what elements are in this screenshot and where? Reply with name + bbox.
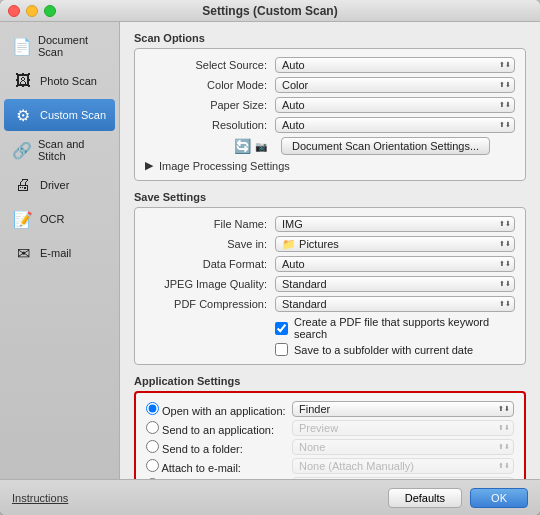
- defaults-button[interactable]: Defaults: [388, 488, 462, 508]
- start-ocr-control: Output to Text: [292, 477, 514, 479]
- pdf-compression-row: PDF Compression: StandardLowMediumHigh: [145, 296, 515, 312]
- sidebar-icon-scan-stitch: 🔗: [12, 139, 32, 161]
- instructions-link[interactable]: Instructions: [12, 492, 68, 504]
- minimize-button[interactable]: [26, 5, 38, 17]
- paper-size-control: AutoLetterA4Legal: [275, 97, 515, 113]
- sidebar-icon-custom-scan: ⚙: [12, 104, 34, 126]
- keyword-search-label: Create a PDF file that supports keyword …: [294, 316, 515, 340]
- right-panel: Scan Options Select Source: AutoFlatbedA…: [120, 22, 540, 479]
- attach-email-radio[interactable]: [146, 459, 159, 472]
- select-source-select[interactable]: AutoFlatbedADF (Simplex)ADF (Duplex): [275, 57, 515, 73]
- sidebar-label-ocr: OCR: [40, 213, 64, 225]
- sidebar-icon-email: ✉: [12, 242, 34, 264]
- color-mode-row: Color Mode: ColorGrayscaleBlack and Whit…: [145, 77, 515, 93]
- sidebar-icon-document-scan: 📄: [12, 35, 32, 57]
- keyword-search-checkbox[interactable]: [275, 322, 288, 335]
- sidebar-label-email: E-mail: [40, 247, 71, 259]
- keyword-search-row: Create a PDF file that supports keyword …: [275, 316, 515, 340]
- select-source-label: Select Source:: [145, 59, 275, 71]
- sidebar-item-photo-scan[interactable]: 🖼Photo Scan: [4, 65, 115, 97]
- pdf-compression-select[interactable]: StandardLowMediumHigh: [275, 296, 515, 312]
- titlebar: Settings (Custom Scan): [0, 0, 540, 22]
- open-app-control: Finder: [292, 401, 514, 417]
- subfolder-label: Save to a subfolder with current date: [294, 344, 473, 356]
- sidebar-item-document-scan[interactable]: 📄Document Scan: [4, 29, 115, 63]
- sidebar-label-document-scan: Document Scan: [38, 34, 107, 58]
- jpeg-quality-row: JPEG Image Quality: StandardLowMediumHig…: [145, 276, 515, 292]
- sidebar-label-photo-scan: Photo Scan: [40, 75, 97, 87]
- jpeg-quality-select[interactable]: StandardLowMediumHigh: [275, 276, 515, 292]
- paper-size-row: Paper Size: AutoLetterA4Legal: [145, 97, 515, 113]
- sidebar-item-email[interactable]: ✉E-mail: [4, 237, 115, 269]
- app-settings-title: Application Settings: [134, 375, 526, 387]
- select-source-control: AutoFlatbedADF (Simplex)ADF (Duplex): [275, 57, 515, 73]
- send-folder-control: None: [292, 439, 514, 455]
- file-name-control: IMG: [275, 216, 515, 232]
- scan-options-section: Scan Options Select Source: AutoFlatbedA…: [134, 32, 526, 181]
- save-in-control: 📁 Pictures: [275, 236, 515, 252]
- sidebar-item-driver[interactable]: 🖨Driver: [4, 169, 115, 201]
- subfolder-checkbox[interactable]: [275, 343, 288, 356]
- sidebar-item-custom-scan[interactable]: ⚙Custom Scan: [4, 99, 115, 131]
- resolution-select[interactable]: Auto75 dpi150 dpi300 dpi600 dpi: [275, 117, 515, 133]
- sidebar-label-scan-stitch: Scan and Stitch: [38, 138, 107, 162]
- save-in-select[interactable]: 📁 Pictures: [275, 236, 515, 252]
- scan-options-title: Scan Options: [134, 32, 526, 44]
- bottom-right-buttons: Defaults OK: [388, 488, 528, 508]
- send-folder-radio[interactable]: [146, 440, 159, 453]
- maximize-button[interactable]: [44, 5, 56, 17]
- settings-window: Settings (Custom Scan) 📄Document Scan🖼Ph…: [0, 0, 540, 515]
- sidebar-label-driver: Driver: [40, 179, 69, 191]
- data-format-select[interactable]: AutoPDFJPEGTIFFPNG: [275, 256, 515, 272]
- orientation-control: Document Scan Orientation Settings...: [281, 137, 515, 155]
- open-app-select[interactable]: Finder: [292, 401, 514, 417]
- data-format-label: Data Format:: [145, 258, 275, 270]
- save-in-label: Save in:: [145, 238, 275, 250]
- orientation-small-icon: 📷: [255, 141, 267, 152]
- color-mode-label: Color Mode:: [145, 79, 275, 91]
- attach-email-control: None (Attach Manually): [292, 458, 514, 474]
- resolution-control: Auto75 dpi150 dpi300 dpi600 dpi: [275, 117, 515, 133]
- paper-size-select[interactable]: AutoLetterA4Legal: [275, 97, 515, 113]
- color-mode-select[interactable]: ColorGrayscaleBlack and White: [275, 77, 515, 93]
- image-processing-label: Image Processing Settings: [159, 160, 290, 172]
- sidebar-icon-ocr: 📝: [12, 208, 34, 230]
- window-title: Settings (Custom Scan): [202, 4, 337, 18]
- close-button[interactable]: [8, 5, 20, 17]
- resolution-row: Resolution: Auto75 dpi150 dpi300 dpi600 …: [145, 117, 515, 133]
- file-name-select[interactable]: IMG: [275, 216, 515, 232]
- sidebar-item-scan-stitch[interactable]: 🔗Scan and Stitch: [4, 133, 115, 167]
- send-app-select[interactable]: Preview: [292, 420, 514, 436]
- attach-email-select[interactable]: None (Attach Manually): [292, 458, 514, 474]
- image-processing-arrow: ▶: [145, 159, 153, 172]
- sidebar-icon-photo-scan: 🖼: [12, 70, 34, 92]
- app-settings-box: Open with an application: Finder Send t: [134, 391, 526, 479]
- file-name-label: File Name:: [145, 218, 275, 230]
- orientation-button[interactable]: Document Scan Orientation Settings...: [281, 137, 490, 155]
- image-processing-row[interactable]: ▶ Image Processing Settings: [145, 159, 515, 172]
- color-mode-control: ColorGrayscaleBlack and White: [275, 77, 515, 93]
- pdf-compression-label: PDF Compression:: [145, 298, 275, 310]
- orientation-row: 🔄 📷 Document Scan Orientation Settings..…: [145, 137, 515, 155]
- send-folder-row: Send to a folder: None: [146, 439, 514, 455]
- save-settings-section: Save Settings File Name: IMG Save in:: [134, 191, 526, 365]
- data-format-control: AutoPDFJPEGTIFFPNG: [275, 256, 515, 272]
- paper-size-label: Paper Size:: [145, 99, 275, 111]
- start-ocr-select[interactable]: Output to Text: [292, 477, 514, 479]
- sidebar-label-custom-scan: Custom Scan: [40, 109, 106, 121]
- sidebar-item-ocr[interactable]: 📝OCR: [4, 203, 115, 235]
- subfolder-row: Save to a subfolder with current date: [275, 343, 515, 356]
- open-app-radio[interactable]: [146, 402, 159, 415]
- attach-email-row: Attach to e-mail: None (Attach Manually): [146, 458, 514, 474]
- send-app-radio[interactable]: [146, 421, 159, 434]
- scan-options-box: Select Source: AutoFlatbedADF (Simplex)A…: [134, 48, 526, 181]
- jpeg-quality-control: StandardLowMediumHigh: [275, 276, 515, 292]
- main-content: 📄Document Scan🖼Photo Scan⚙Custom Scan🔗Sc…: [0, 22, 540, 479]
- ok-button[interactable]: OK: [470, 488, 528, 508]
- send-folder-select[interactable]: None: [292, 439, 514, 455]
- select-source-row: Select Source: AutoFlatbedADF (Simplex)A…: [145, 57, 515, 73]
- send-app-control: Preview: [292, 420, 514, 436]
- bottom-bar: Instructions Defaults OK: [0, 479, 540, 515]
- sidebar-icon-driver: 🖨: [12, 174, 34, 196]
- orientation-icon: 🔄: [234, 138, 251, 154]
